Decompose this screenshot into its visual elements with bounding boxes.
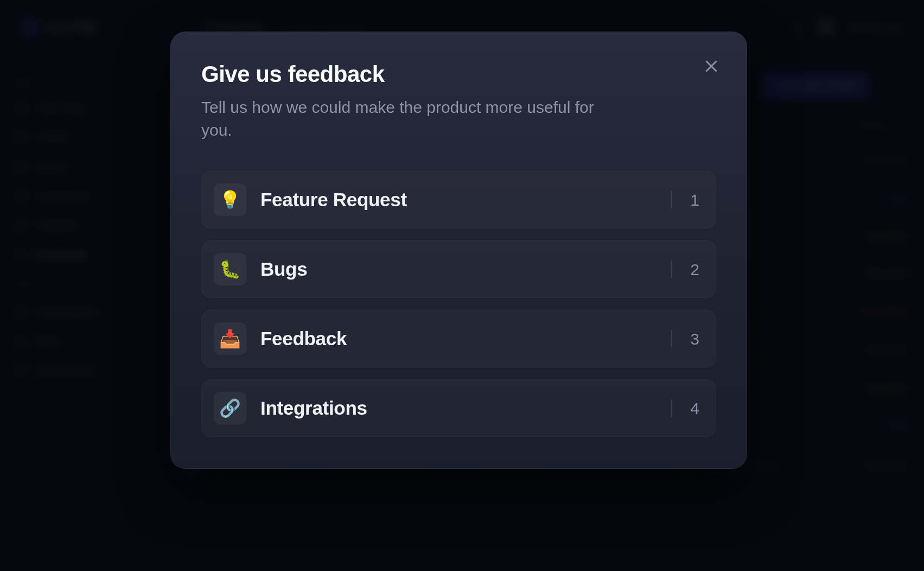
feedback-category-integrations[interactable]: 🔗 Integrations 4	[201, 379, 716, 437]
feedback-category-feature-request[interactable]: 💡 Feature Request 1	[201, 171, 716, 229]
lightbulb-icon: 💡	[214, 183, 246, 216]
feedback-category-feedback[interactable]: 📥 Feedback 3	[201, 310, 716, 367]
category-shortcut: 4	[671, 399, 699, 417]
category-label: Feedback	[260, 328, 347, 350]
category-label: Feature Request	[260, 189, 407, 211]
inbox-icon: 📥	[214, 322, 246, 355]
link-icon: 🔗	[214, 392, 246, 424]
icon-glyph: 🐛	[219, 259, 241, 280]
feedback-category-bugs[interactable]: 🐛 Bugs 2	[201, 240, 716, 298]
category-label: Integrations	[260, 397, 367, 419]
category-shortcut: 1	[671, 191, 699, 209]
modal-title: Give us feedback	[201, 61, 716, 87]
icon-glyph: 📥	[219, 328, 241, 349]
close-icon	[703, 58, 719, 74]
icon-glyph: 🔗	[219, 398, 241, 418]
icon-glyph: 💡	[219, 189, 241, 210]
category-shortcut: 2	[671, 261, 699, 278]
feedback-modal: Give us feedback Tell us how we could ma…	[170, 31, 747, 469]
close-button[interactable]	[700, 55, 723, 78]
feedback-category-list: 💡 Feature Request 1 🐛 Bugs 2 📥 Feedback …	[201, 171, 716, 437]
category-label: Bugs	[260, 258, 307, 280]
category-shortcut: 3	[671, 330, 699, 348]
bug-icon: 🐛	[214, 253, 246, 286]
modal-subtitle: Tell us how we could make the product mo…	[201, 96, 603, 142]
